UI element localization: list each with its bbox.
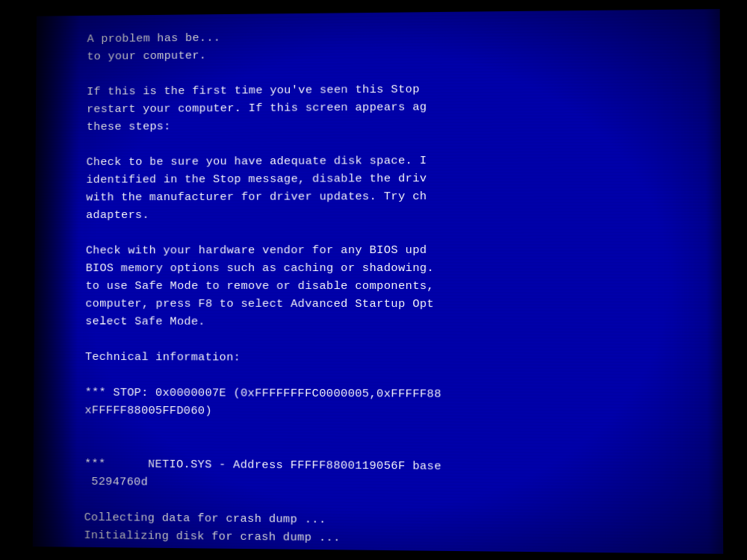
right-shadow (704, 9, 723, 554)
bsod-text-line: BIOS memory options such as caching or s… (86, 259, 699, 277)
bsod-text-line: computer, press F8 to select Advanced St… (85, 295, 698, 314)
bsod-text-line: select Safe Mode. (85, 313, 698, 332)
bsod-text-line: with the manufacturer for driver updates… (86, 187, 698, 207)
bsod-blank-line (85, 331, 699, 350)
bsod-text-line: Check with your hardware vendor for any … (86, 241, 698, 260)
screen-wrapper: A problem has be...to your computer.If t… (0, 0, 747, 560)
bsod-text-line: identified in the Stop message, disable … (86, 169, 698, 189)
bsod-blank-line (85, 366, 699, 386)
bsod-text-line: to use Safe Mode to remove or disable co… (85, 277, 698, 295)
bsod-blank-line (86, 223, 698, 242)
bsod-text-line: adapters. (86, 205, 698, 224)
bsod-text-line: Check to be sure you have adequate disk … (87, 150, 698, 171)
bsod-content: A problem has be...to your computer.If t… (33, 9, 723, 554)
bsod-text-line: xFFFFF88005FFD060) (84, 402, 699, 423)
left-shadow (33, 16, 80, 547)
bsod-screen: A problem has be...to your computer.If t… (33, 9, 723, 554)
bsod-text-line: Technical information: (85, 348, 699, 368)
